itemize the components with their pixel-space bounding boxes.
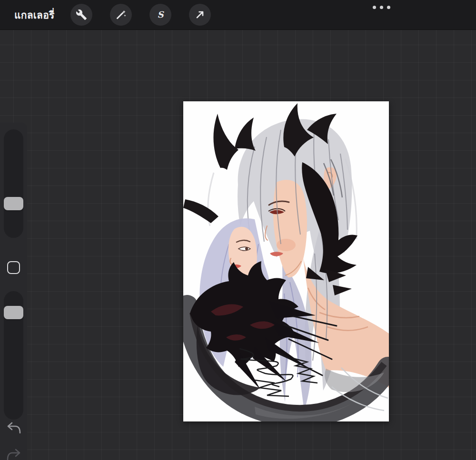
- transform-button[interactable]: [189, 4, 211, 26]
- selection-button[interactable]: S: [149, 4, 171, 26]
- gallery-button[interactable]: แกลเลอรี่: [14, 7, 54, 23]
- svg-text:S: S: [158, 10, 165, 20]
- actions-button[interactable]: [70, 4, 92, 26]
- opacity-handle[interactable]: [4, 306, 23, 319]
- artwork-illustration: [183, 101, 389, 421]
- redo-arrow-icon: [6, 448, 21, 460]
- workspace: [0, 30, 476, 460]
- ellipsis-icon: [380, 6, 383, 9]
- brush-size-slider[interactable]: [4, 129, 23, 238]
- selection-s-icon: S: [155, 9, 166, 20]
- sidebar-controls: [0, 123, 27, 460]
- undo-button[interactable]: [6, 421, 22, 435]
- adjustments-button[interactable]: [110, 4, 132, 26]
- transform-arrow-icon: [194, 9, 206, 20]
- wrench-icon: [76, 9, 87, 20]
- procreate-app: แกลเลอรี่ S: [0, 0, 476, 460]
- top-toolbar: แกลเลอรี่ S: [0, 0, 476, 30]
- undo-arrow-icon: [6, 421, 21, 434]
- ellipsis-icon: [387, 6, 390, 9]
- more-options-button[interactable]: [372, 5, 391, 10]
- redo-button[interactable]: [6, 448, 22, 460]
- artwork-canvas[interactable]: [183, 101, 389, 421]
- ellipsis-icon: [373, 6, 376, 9]
- brush-size-handle[interactable]: [4, 197, 23, 210]
- magic-wand-icon: [115, 9, 127, 20]
- modify-button[interactable]: [7, 261, 20, 274]
